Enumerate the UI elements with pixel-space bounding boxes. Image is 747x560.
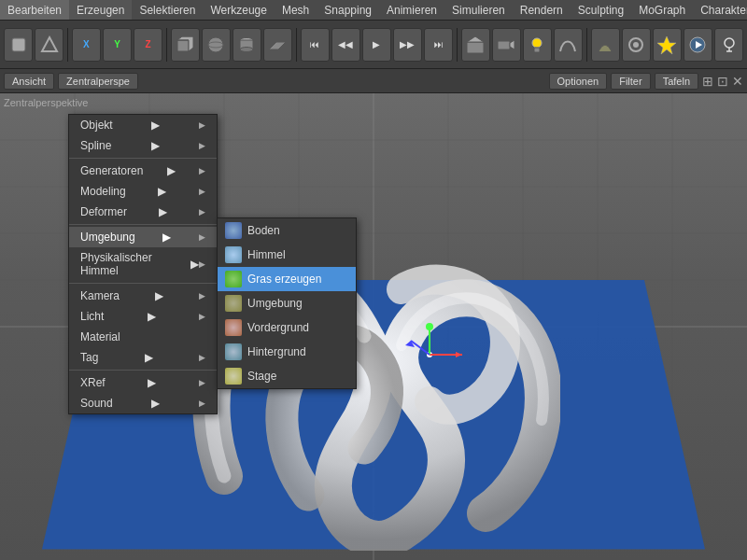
svg-rect-0 bbox=[12, 38, 25, 51]
submenu-arrow-icon: ▶ bbox=[148, 310, 156, 323]
menu-werkzeuge[interactable]: Werkzeuge bbox=[203, 0, 274, 20]
toolbar-sep-2 bbox=[166, 28, 167, 62]
coord-x-btn[interactable]: X bbox=[72, 28, 101, 62]
gras-icon bbox=[225, 271, 242, 287]
menu-erzeugen[interactable]: Erzeugen bbox=[69, 0, 132, 20]
dd-tag[interactable]: Tag▶ bbox=[69, 347, 217, 368]
menu-bearbeiten[interactable]: Bearbeiten bbox=[0, 0, 69, 20]
boden-icon bbox=[225, 222, 242, 239]
anim-next-btn[interactable]: ▶▶ bbox=[393, 28, 422, 62]
sub-hintergrund[interactable]: Hintergrund bbox=[218, 340, 356, 364]
dd-sep-2 bbox=[69, 224, 217, 225]
camera-btn[interactable] bbox=[492, 28, 521, 62]
hintergrund-icon bbox=[225, 343, 242, 360]
dd-umgebung[interactable]: Umgebung▶ bbox=[69, 227, 217, 247]
menu-mograph[interactable]: MoGraph bbox=[631, 0, 693, 20]
sculpt-btn[interactable] bbox=[622, 28, 651, 62]
coord-y-btn[interactable]: Y bbox=[103, 28, 132, 62]
viewport-label: Zentralperspektive bbox=[4, 97, 89, 108]
dd-sound[interactable]: Sound▶ bbox=[69, 393, 217, 413]
cube-btn[interactable] bbox=[171, 28, 200, 62]
svg-marker-46 bbox=[456, 352, 462, 357]
menu-charakter[interactable]: Charakter bbox=[693, 0, 747, 20]
menu-sculpting[interactable]: Sculpting bbox=[571, 0, 631, 20]
viewport: Zentralperspektive Objekt▶ Spline▶ Gener… bbox=[0, 93, 747, 560]
dd-modeling[interactable]: Modeling▶ bbox=[69, 181, 217, 202]
dd-xref[interactable]: XRef▶ bbox=[69, 372, 217, 393]
sub-himmel[interactable]: Himmel bbox=[218, 243, 356, 267]
menu-simulieren[interactable]: Simulieren bbox=[444, 0, 513, 20]
svg-rect-12 bbox=[467, 42, 484, 53]
view-central-btn[interactable]: Zentralperspe bbox=[58, 73, 138, 90]
svg-marker-20 bbox=[657, 36, 676, 54]
submenu-arrow-icon: ▶ bbox=[145, 351, 153, 364]
plane-btn[interactable] bbox=[263, 28, 292, 62]
scene-obj-btn[interactable] bbox=[461, 28, 490, 62]
light-btn[interactable] bbox=[523, 28, 552, 62]
svg-marker-15 bbox=[510, 40, 514, 49]
axis-gizmo bbox=[392, 317, 467, 392]
viewport-maximize-icon[interactable]: ⊡ bbox=[717, 74, 728, 89]
anim-end-btn[interactable]: ⏭ bbox=[424, 28, 453, 62]
submenu-arrow-icon: ▶ bbox=[159, 205, 167, 218]
menu-animieren[interactable]: Animieren bbox=[379, 0, 444, 20]
dd-sep-3 bbox=[69, 283, 217, 284]
dd-licht[interactable]: Licht▶ bbox=[69, 306, 217, 327]
mode-edit-btn[interactable] bbox=[35, 28, 63, 62]
svg-marker-13 bbox=[467, 36, 484, 42]
svg-point-6 bbox=[208, 37, 223, 52]
viewport-lock-icon[interactable]: ⊞ bbox=[702, 74, 713, 89]
svg-rect-17 bbox=[534, 48, 540, 52]
sub-umgebung[interactable]: Umgebung bbox=[218, 291, 356, 315]
viewport-close-icon[interactable]: ✕ bbox=[732, 74, 743, 89]
svg-point-19 bbox=[633, 42, 639, 48]
menu-selektieren[interactable]: Selektieren bbox=[132, 0, 203, 20]
submenu-arrow-icon: ▶ bbox=[151, 119, 160, 132]
sub-boden[interactable]: Boden bbox=[218, 218, 356, 243]
submenu-umgebung: Boden Himmel Gras erzeugen Umgebung Vord… bbox=[217, 217, 357, 389]
menu-snapping[interactable]: Snapping bbox=[317, 0, 379, 20]
fx-btn[interactable] bbox=[653, 28, 682, 62]
umgebung-icon bbox=[225, 295, 242, 312]
menu-mesh[interactable]: Mesh bbox=[275, 0, 317, 20]
toolbar2: Ansicht Zentralperspe Optionen Filter Ta… bbox=[0, 69, 747, 93]
main-toolbar: X Y Z ⏮ ◀◀ ▶ ▶▶ ⏭ bbox=[0, 21, 747, 69]
svg-rect-14 bbox=[498, 41, 510, 49]
lightbulb-btn[interactable] bbox=[714, 28, 743, 62]
svg-line-49 bbox=[411, 341, 430, 355]
dd-physhimmel[interactable]: Physikalischer Himmel▶ bbox=[69, 247, 217, 281]
anim-prev-btn[interactable]: ◀◀ bbox=[331, 28, 360, 62]
submenu-arrow-icon: ▶ bbox=[190, 258, 199, 271]
cylinder-btn[interactable] bbox=[233, 28, 261, 62]
submenu-arrow-icon: ▶ bbox=[148, 376, 156, 389]
dd-deformer[interactable]: Deformer▶ bbox=[69, 202, 217, 222]
svg-marker-1 bbox=[42, 37, 57, 51]
dd-objekt[interactable]: Objekt▶ bbox=[69, 115, 217, 135]
anim-play-btn[interactable]: ▶ bbox=[362, 28, 391, 62]
view-optionen-btn[interactable]: Optionen bbox=[549, 73, 608, 90]
view-tafeln-btn[interactable]: Tafeln bbox=[655, 73, 698, 90]
anim-key-btn[interactable]: ⏮ bbox=[301, 28, 330, 62]
dd-spline[interactable]: Spline▶ bbox=[69, 135, 217, 156]
svg-point-23 bbox=[725, 38, 734, 48]
dd-generatoren[interactable]: Generatoren▶ bbox=[69, 161, 217, 181]
sub-gras-erzeugen[interactable]: Gras erzeugen bbox=[218, 267, 356, 291]
sub-stage[interactable]: Stage bbox=[218, 364, 356, 388]
coord-z-btn[interactable]: Z bbox=[134, 28, 162, 62]
menu-rendern[interactable]: Rendern bbox=[513, 0, 571, 20]
mode-object-btn[interactable] bbox=[4, 28, 33, 62]
render-btn[interactable] bbox=[684, 28, 712, 62]
view-ansicht-btn[interactable]: Ansicht bbox=[4, 73, 54, 90]
dd-kamera[interactable]: Kamera▶ bbox=[69, 286, 217, 306]
view-filter-btn[interactable]: Filter bbox=[611, 73, 650, 90]
stage-icon bbox=[225, 368, 242, 385]
dd-material[interactable]: Material bbox=[69, 327, 217, 347]
submenu-arrow-icon: ▶ bbox=[155, 289, 163, 302]
sub-vordergrund[interactable]: Vordergrund bbox=[218, 315, 356, 340]
deform-btn[interactable] bbox=[591, 28, 620, 62]
sphere-btn[interactable] bbox=[202, 28, 231, 62]
vordergrund-icon bbox=[225, 319, 242, 336]
spline-btn[interactable] bbox=[554, 28, 583, 62]
submenu-arrow-icon: ▶ bbox=[151, 139, 160, 152]
toolbar-sep-4 bbox=[457, 28, 458, 62]
